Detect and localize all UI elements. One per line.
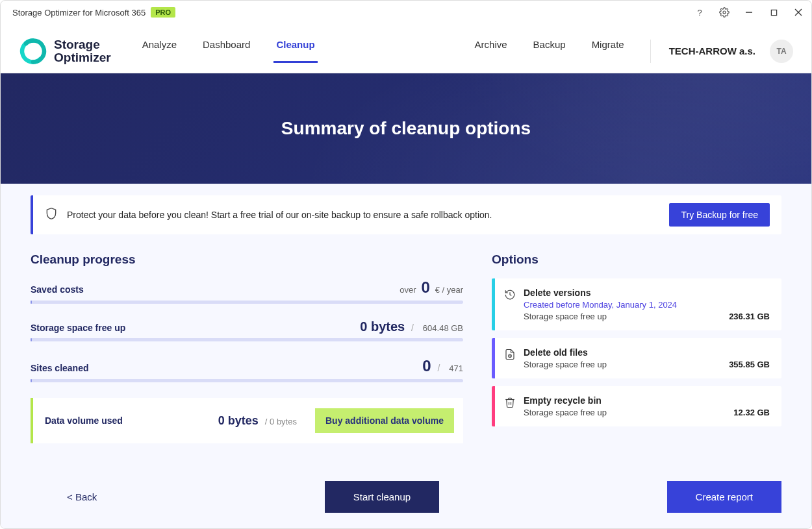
sites-value: 0	[422, 357, 431, 375]
gear-icon[interactable]	[718, 6, 731, 19]
callout-text: Protect your data before you clean! Star…	[67, 210, 660, 220]
cleanup-progress-title: Cleanup progress	[31, 252, 463, 267]
saved-costs-over: over	[400, 285, 416, 295]
minimize-icon[interactable]	[742, 6, 755, 19]
shield-icon	[45, 207, 58, 223]
close-icon[interactable]	[792, 6, 805, 19]
opt2-title: Delete old files	[524, 347, 770, 358]
metric-saved-costs: Saved costs over 0 € / year	[31, 278, 463, 304]
nav-cleanup[interactable]: Cleanup	[276, 39, 314, 63]
saved-costs-label: Saved costs	[31, 284, 84, 295]
storage-label: Storage space free up	[31, 323, 125, 333]
window-title: Storage Optimizer for Microsoft 365	[12, 8, 146, 18]
pro-badge: PRO	[151, 7, 175, 18]
option-delete-versions[interactable]: Delete versions Created before Monday, J…	[492, 278, 781, 330]
nav-dashboard[interactable]: Dashboard	[203, 39, 250, 63]
svg-point-0	[723, 11, 726, 14]
maximize-icon[interactable]	[767, 6, 780, 19]
org-name: TECH-ARROW a.s.	[669, 45, 755, 56]
options-title: Options	[492, 252, 781, 267]
window-titlebar: Storage Optimizer for Microsoft 365 PRO …	[1, 1, 811, 24]
opt2-metric-value: 355.85 GB	[729, 360, 770, 369]
opt1-title: Delete versions	[524, 288, 770, 298]
start-cleanup-button[interactable]: Start cleanup	[325, 481, 439, 513]
trash-icon	[504, 397, 516, 411]
opt3-title: Empty recycle bin	[524, 395, 770, 406]
saved-costs-progress	[31, 301, 463, 304]
svg-rect-2	[771, 10, 776, 15]
data-volume-value: 0 bytes	[218, 414, 259, 428]
opt2-metric-label: Storage space free up	[524, 360, 607, 369]
nav-migrate[interactable]: Migrate	[592, 39, 624, 63]
data-volume-card: Data volume used 0 bytes / 0 bytes Buy a…	[31, 398, 463, 443]
data-volume-total: 0 bytes	[270, 417, 297, 426]
metric-storage-freeup: Storage space free up 0 bytes / 604.48 G…	[31, 319, 463, 341]
sites-progress	[31, 379, 463, 382]
page-title: Summary of cleanup options	[281, 118, 531, 139]
storage-total: 604.48 GB	[423, 323, 463, 333]
sites-total: 471	[449, 363, 463, 373]
hero-banner: Summary of cleanup options	[1, 73, 811, 184]
options-section: Options Delete versions Created before M…	[492, 252, 781, 434]
metric-sites-cleaned: Sites cleaned 0 / 471	[31, 357, 463, 382]
storage-value: 0 bytes	[360, 319, 405, 334]
brand-logo-icon	[19, 37, 47, 66]
opt1-sub: Created before Monday, January 1, 2024	[524, 300, 770, 310]
history-icon	[504, 289, 516, 303]
opt1-metric-label: Storage space free up	[524, 312, 607, 321]
create-report-button[interactable]: Create report	[667, 481, 781, 513]
data-volume-label: Data volume used	[45, 415, 123, 426]
option-delete-old-files[interactable]: Delete old files Storage space free up 3…	[492, 338, 781, 378]
storage-progress	[31, 338, 463, 341]
back-link[interactable]: < Back	[31, 491, 97, 502]
nav-backup[interactable]: Backup	[533, 39, 566, 63]
opt3-metric-label: Storage space free up	[524, 408, 607, 417]
try-backup-button[interactable]: Try Backup for free	[669, 203, 770, 227]
app-header: Storage Optimizer Analyze Dashboard Clea…	[1, 24, 811, 73]
opt1-metric-value: 236.31 GB	[729, 312, 770, 321]
brand-line1: Storage	[54, 38, 111, 51]
nav-analyze[interactable]: Analyze	[142, 39, 177, 63]
saved-costs-unit: € / year	[435, 285, 463, 295]
buy-data-volume-button[interactable]: Buy additional data volume	[315, 408, 454, 433]
file-clock-icon	[504, 349, 516, 363]
content-area: Protect your data before you clean! Star…	[1, 184, 811, 528]
cleanup-progress-section: Cleanup progress Saved costs over 0 € / …	[31, 252, 463, 443]
nav-archive[interactable]: Archive	[475, 39, 507, 63]
avatar[interactable]: TA	[770, 40, 793, 63]
backup-callout: Protect your data before you clean! Star…	[31, 195, 781, 234]
brand-line2: Optimizer	[54, 51, 111, 64]
option-empty-recycle-bin[interactable]: Empty recycle bin Storage space free up …	[492, 386, 781, 426]
help-icon[interactable]: ?	[693, 6, 706, 19]
opt3-metric-value: 12.32 GB	[733, 408, 770, 417]
sites-label: Sites cleaned	[31, 363, 89, 373]
footer-actions: < Back Start cleanup Create report	[31, 465, 781, 513]
brand: Storage Optimizer	[19, 37, 111, 66]
saved-costs-value: 0	[421, 278, 429, 296]
